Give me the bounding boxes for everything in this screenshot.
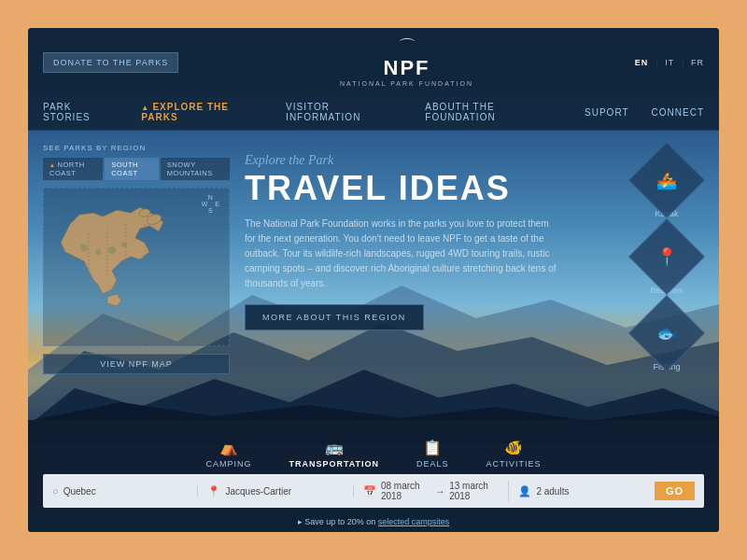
deals-label: DEALS	[416, 459, 449, 469]
canada-map-svg	[51, 196, 182, 336]
view-map-button[interactable]: VIEW NPF MAP	[43, 354, 230, 374]
tab-south-coast[interactable]: SOUTH COAST	[105, 158, 159, 180]
logo-text: NPF	[384, 56, 430, 80]
logo-area: ⌒ NPF NATIONAL PARK FUNDATION	[340, 37, 473, 87]
tab-snowy-mountains[interactable]: SNOWY MOUNTAINS	[161, 158, 230, 180]
deals-icon: 📋	[423, 439, 442, 456]
map-panel: SEE PARKS BY REGION NORTH COAST SOUTH CO…	[43, 144, 230, 374]
travel-title: TRAVEL IDEAS	[245, 172, 614, 205]
donate-button[interactable]: DONATE TO THE PARKS	[43, 52, 178, 73]
bottom-tabs: ⛺ CAMPING 🚌 TRANSPORTATION 📋 DEALS 🐠 ACT…	[28, 429, 719, 474]
destination-value: Jacques-Cartier	[225, 486, 291, 497]
location-field[interactable]: ○ Quebec	[52, 485, 198, 497]
guests-field[interactable]: 👤 2 adults	[518, 485, 654, 497]
beaches-diamond[interactable]: 📍	[628, 218, 705, 295]
savings-link[interactable]: selected campsites	[378, 517, 450, 526]
transportation-label: TRANSPORTATION	[289, 459, 379, 469]
fishing-icon: 🐟	[656, 323, 677, 343]
tab-north-coast[interactable]: NORTH COAST	[43, 158, 103, 180]
nav-foundation[interactable]: ABOUTH THE FOUNDATION	[425, 102, 562, 122]
location-value: Quebec	[63, 486, 96, 497]
kayak-diamond[interactable]: 🚣	[628, 142, 705, 218]
compass: N WE S	[202, 194, 219, 214]
svg-point-13	[121, 242, 127, 247]
savings-bar: ▸ Save up to 20% on selected campsites	[28, 508, 719, 532]
savings-text: ▸ Save up to 20% on selected campsites	[298, 517, 450, 526]
calendar-icon: 📅	[363, 485, 376, 497]
camping-label: CAMPING	[205, 459, 251, 469]
date-from-value: 08 march 2018	[381, 481, 430, 501]
main-nav: PARK STORIES EXPLORE THE PARKS VISITOR I…	[28, 94, 719, 131]
logo-icon: ⌒	[398, 37, 416, 56]
hero-description: The National Park Foundation works in th…	[245, 217, 562, 291]
activity-fishing[interactable]: 🐟 Fishing	[640, 306, 694, 371]
tab-camping[interactable]: ⛺ CAMPING	[205, 439, 251, 469]
more-about-region-button[interactable]: MORE ABOUT THIS REGION	[245, 304, 424, 330]
date-field[interactable]: 📅 08 march 2018 → 13 march 2018	[363, 481, 509, 501]
activities-label: ACTIVITIES	[486, 459, 542, 469]
nav-connect[interactable]: CONNECT	[652, 107, 704, 118]
hero-content: Explore the Park TRAVEL IDEAS The Nation…	[245, 144, 614, 374]
pin-icon: 📍	[207, 485, 220, 497]
map-container: N WE S	[43, 188, 230, 346]
header: DONATE TO THE PARKS ⌒ NPF NATIONAL PARK …	[28, 28, 719, 94]
bottom-area: ⛺ CAMPING 🚌 TRANSPORTATION 📋 DEALS 🐠 ACT…	[28, 420, 719, 532]
svg-point-10	[80, 244, 88, 251]
activity-kayak[interactable]: 🚣 Kayak	[640, 153, 694, 218]
activity-beaches[interactable]: 📍 Beaches	[640, 230, 694, 295]
svg-point-11	[95, 249, 101, 255]
tab-transportation[interactable]: 🚌 TRANSPORTATION	[289, 439, 379, 469]
destination-field[interactable]: 📍 Jacques-Cartier	[207, 485, 353, 497]
tab-activities[interactable]: 🐠 ACTIVITIES	[486, 439, 542, 469]
person-icon: 👤	[518, 485, 531, 497]
region-tabs: NORTH COAST SOUTH COAST SNOWY MOUNTAINS	[43, 158, 230, 180]
tab-deals[interactable]: 📋 DEALS	[416, 439, 449, 469]
lang-en[interactable]: EN	[635, 58, 649, 67]
main-content: SEE PARKS BY REGION NORTH COAST SOUTH CO…	[28, 131, 719, 374]
logo-subtitle: NATIONAL PARK FUNDATION	[340, 80, 473, 87]
date-to-value: 13 march 2018	[449, 481, 499, 501]
kayak-icon: 🚣	[656, 170, 677, 190]
nav-explore-parks[interactable]: EXPLORE THE PARKS	[141, 102, 263, 122]
svg-point-12	[108, 246, 116, 254]
lang-fr[interactable]: FR	[691, 58, 704, 67]
transportation-icon: 🚌	[325, 439, 344, 456]
activities-icon: 🐠	[504, 439, 523, 456]
nav-support[interactable]: SUPORT	[585, 107, 629, 118]
date-arrow: →	[435, 486, 444, 497]
nav-park-stories[interactable]: PARK STORIES	[43, 102, 119, 122]
location-icon: ○	[52, 485, 59, 497]
search-go-button[interactable]: GO	[655, 482, 695, 500]
region-label: SEE PARKS BY REGION	[43, 144, 230, 152]
activities-panel: 🚣 Kayak 📍 Beaches 🐟 Fishing	[629, 144, 704, 374]
camping-icon: ⛺	[219, 439, 238, 456]
language-selector: EN | IT | FR	[635, 58, 704, 67]
nav-visitor-info[interactable]: VISITOR INFORMATION	[286, 102, 402, 122]
explore-label: Explore the Park	[245, 153, 614, 168]
guests-value: 2 adults	[536, 486, 569, 497]
beaches-icon: 📍	[656, 246, 677, 267]
search-bar: ○ Quebec 📍 Jacques-Cartier 📅 08 march 20…	[43, 474, 704, 508]
lang-it[interactable]: IT	[665, 58, 674, 67]
fishing-diamond[interactable]: 🐟	[628, 295, 705, 371]
